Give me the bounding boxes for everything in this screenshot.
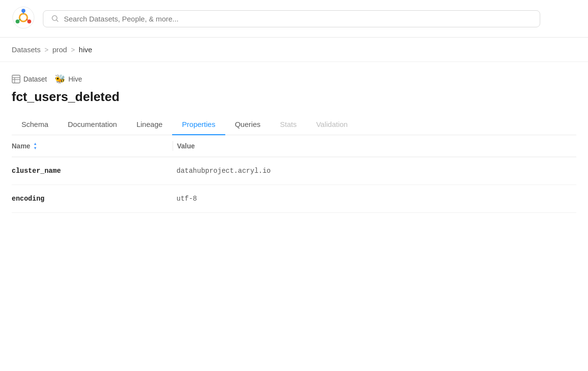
platform-label: Hive	[68, 75, 82, 83]
table-header: Name ▲ ▼ Value	[12, 135, 576, 157]
tab-lineage[interactable]: Lineage	[127, 114, 172, 135]
platform-icon: 🐝	[55, 74, 65, 84]
property-value-cluster: datahubproject.acryl.io	[173, 167, 576, 175]
property-name-encoding: encoding	[12, 195, 173, 203]
breadcrumb-current: hive	[79, 45, 93, 54]
breadcrumb-prod[interactable]: prod	[52, 45, 67, 54]
sort-icon[interactable]: ▲ ▼	[33, 142, 37, 150]
breadcrumb-separator-2: >	[71, 46, 75, 54]
dataset-type: Dataset	[12, 75, 47, 83]
table-row: encoding utf-8	[12, 185, 576, 213]
svg-point-4	[16, 20, 20, 23]
header	[0, 0, 588, 38]
table-row: cluster_name datahubproject.acryl.io	[12, 157, 576, 185]
property-name-cluster: cluster_name	[12, 167, 173, 175]
column-header-value: Value	[173, 142, 576, 150]
svg-line-6	[27, 20, 28, 21]
tab-documentation[interactable]: Documentation	[58, 114, 127, 135]
search-input[interactable]	[64, 15, 532, 23]
tab-properties[interactable]: Properties	[172, 114, 225, 135]
svg-line-9	[57, 20, 58, 21]
breadcrumb-separator-1: >	[44, 46, 48, 54]
svg-point-3	[27, 20, 31, 23]
tab-validation: Validation	[306, 114, 357, 135]
tab-schema[interactable]: Schema	[12, 114, 58, 135]
svg-point-1	[20, 14, 27, 21]
dataset-icon	[12, 75, 20, 83]
breadcrumb: Datasets > prod > hive	[0, 38, 588, 62]
dataset-type-label: Dataset	[23, 75, 47, 83]
svg-line-7	[20, 20, 20, 21]
tab-stats: Stats	[270, 114, 306, 135]
main-content: Dataset 🐝 Hive fct_users_deleted Schema …	[0, 62, 588, 213]
dataset-platform: 🐝 Hive	[55, 74, 82, 84]
svg-rect-10	[12, 75, 20, 83]
logo[interactable]	[12, 6, 35, 31]
property-value-encoding: utf-8	[173, 195, 576, 203]
breadcrumb-datasets[interactable]: Datasets	[12, 45, 40, 54]
tab-queries[interactable]: Queries	[225, 114, 271, 135]
page-title: fct_users_deleted	[12, 89, 576, 104]
svg-point-2	[21, 9, 25, 13]
search-icon	[51, 15, 59, 22]
column-header-name[interactable]: Name ▲ ▼	[12, 142, 173, 150]
properties-table: Name ▲ ▼ Value cluster_name datahubproje…	[12, 135, 576, 213]
tabs: Schema Documentation Lineage Properties …	[12, 114, 576, 135]
search-bar[interactable]	[43, 10, 540, 27]
dataset-meta: Dataset 🐝 Hive	[12, 74, 576, 84]
